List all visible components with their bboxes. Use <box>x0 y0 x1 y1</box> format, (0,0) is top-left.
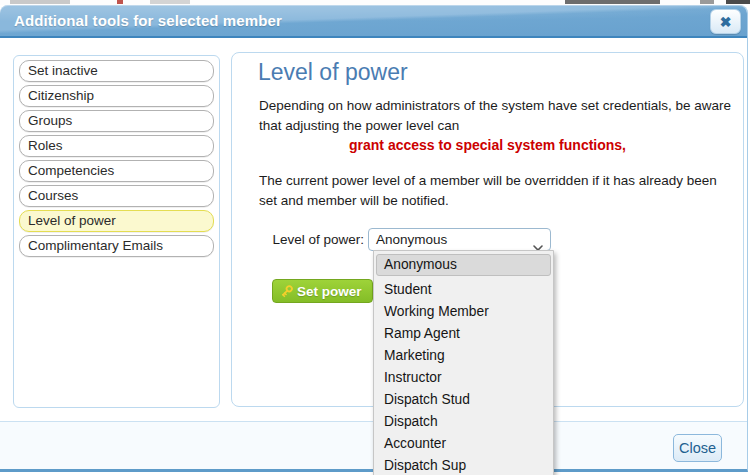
sidebar-item-groups[interactable]: Groups <box>19 110 214 132</box>
sidebar-item-courses[interactable]: Courses <box>19 185 214 207</box>
sidebar-item-competencies[interactable]: Competencies <box>19 160 214 182</box>
level-of-power-select[interactable]: Anonymous <box>368 228 551 251</box>
dropdown-option-student[interactable]: Student <box>376 278 551 300</box>
tools-sidebar: Set inactive Citizenship Groups Roles Co… <box>13 55 220 408</box>
dropdown-option-working-member[interactable]: Working Member <box>376 300 551 322</box>
close-button[interactable]: Close <box>673 434 722 462</box>
select-value: Anonymous <box>376 232 447 247</box>
dropdown-option-dispatch-sup[interactable]: Dispatch Sup <box>376 454 551 475</box>
dropdown-option-dispatch-stud[interactable]: Dispatch Stud <box>376 388 551 410</box>
dropdown-option-dispatch[interactable]: Dispatch <box>376 410 551 432</box>
page-fragment <box>117 0 123 4</box>
screen: Additional tools for selected member ✖ S… <box>0 0 750 475</box>
level-of-power-dropdown: Anonymous Student Working Member Ramp Ag… <box>373 250 554 475</box>
level-of-power-label: Level of power: <box>232 229 364 251</box>
set-power-label: Set power <box>297 284 362 299</box>
dropdown-option-anonymous[interactable]: Anonymous <box>376 254 551 276</box>
warning-text: grant access to special system functions… <box>232 137 743 153</box>
dropdown-option-accounter[interactable]: Accounter <box>376 432 551 454</box>
page-title: Level of power <box>258 59 408 86</box>
sidebar-item-level-of-power[interactable]: Level of power <box>19 210 214 232</box>
override-note-text: The current power level of a member will… <box>259 171 731 211</box>
key-icon <box>279 284 294 299</box>
page-fragment <box>700 0 714 4</box>
page-fragment <box>150 0 190 4</box>
dialog-title: Additional tools for selected member <box>14 5 282 36</box>
sidebar-item-set-inactive[interactable]: Set inactive <box>19 60 214 82</box>
dropdown-option-marketing[interactable]: Marketing <box>376 344 551 366</box>
sidebar-item-citizenship[interactable]: Citizenship <box>19 85 214 107</box>
close-icon: ✖ <box>720 14 732 30</box>
page-fragment <box>10 0 70 4</box>
dropdown-option-instructor[interactable]: Instructor <box>376 366 551 388</box>
dropdown-option-ramp-agent[interactable]: Ramp Agent <box>376 322 551 344</box>
sidebar-item-roles[interactable]: Roles <box>19 135 214 157</box>
dialog-titlebar: Additional tools for selected member ✖ <box>0 5 747 38</box>
set-power-button[interactable]: Set power <box>272 279 373 303</box>
page-fragment <box>726 0 750 4</box>
page-fragment <box>565 0 660 4</box>
dialog-close-button[interactable]: ✖ <box>710 9 741 34</box>
sidebar-item-complimentary-emails[interactable]: Complimentary Emails <box>19 235 214 257</box>
description-text: Depending on how administrators of the s… <box>259 96 731 136</box>
